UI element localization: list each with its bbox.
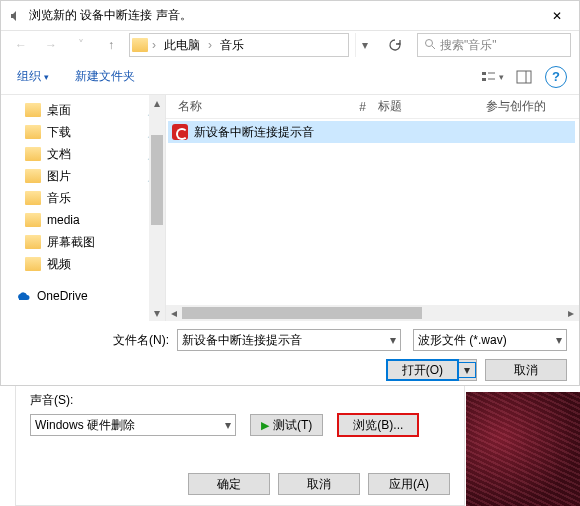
- titlebar: 浏览新的 设备中断连接 声音。 ✕: [1, 1, 579, 31]
- cancel-button[interactable]: 取消: [485, 359, 567, 381]
- test-label: 测试(T): [273, 417, 312, 434]
- browse-label: 浏览(B)...: [353, 417, 403, 434]
- scroll-right-icon[interactable]: ▸: [563, 305, 579, 321]
- toolbar: 组织 新建文件夹 ▾ ?: [1, 59, 579, 95]
- scroll-up-icon[interactable]: ▴: [149, 95, 165, 111]
- list-item[interactable]: 新设备中断连接提示音: [168, 121, 575, 143]
- address-bar: ← → ˅ ↑ › 此电脑 › 音乐 ▾ 搜索"音乐": [1, 31, 579, 59]
- tree-downloads[interactable]: 下载📌: [21, 121, 165, 143]
- tree-documents[interactable]: 文档📌: [21, 143, 165, 165]
- chevron-down-icon[interactable]: ▾: [390, 333, 396, 347]
- folder-icon: [25, 235, 41, 249]
- tree-scrollbar[interactable]: ▴ ▾: [149, 95, 165, 321]
- tree-pictures[interactable]: 图片📌: [21, 165, 165, 187]
- cancel-button[interactable]: 取消: [278, 473, 360, 495]
- open-dropdown[interactable]: ▾: [458, 362, 476, 378]
- nav-back-button[interactable]: ←: [9, 33, 33, 57]
- chevron-down-icon[interactable]: ˅: [69, 33, 93, 57]
- filename-input[interactable]: ▾: [177, 329, 401, 351]
- col-number[interactable]: #: [332, 100, 372, 114]
- tree-thispc[interactable]: 此电脑: [15, 317, 165, 321]
- folder-icon: [132, 38, 148, 52]
- search-icon: [424, 38, 436, 53]
- scroll-thumb[interactable]: [151, 135, 163, 225]
- window-title: 浏览新的 设备中断连接 声音。: [29, 7, 192, 24]
- col-title[interactable]: 标题: [372, 98, 472, 115]
- search-input[interactable]: 搜索"音乐": [417, 33, 571, 57]
- file-list: 名称 # 标题 参与创作的 新设备中断连接提示音 ◂ ▸: [166, 95, 579, 321]
- breadcrumb-music[interactable]: 音乐: [216, 35, 248, 56]
- chevron-right-icon: ›: [150, 38, 158, 52]
- scroll-thumb[interactable]: [182, 307, 422, 319]
- new-folder-button[interactable]: 新建文件夹: [71, 64, 139, 89]
- sound-properties-dialog: 声音(S): Windows 硬件删除 ▾ ▶ 测试(T) 浏览(B)... 确…: [15, 386, 465, 506]
- sound-label: 声音(S):: [30, 392, 450, 409]
- col-name[interactable]: 名称: [172, 98, 332, 115]
- audio-file-icon: [172, 124, 188, 140]
- folder-icon: [25, 147, 41, 161]
- file-browse-dialog: 浏览新的 设备中断连接 声音。 ✕ ← → ˅ ↑ › 此电脑 › 音乐 ▾ 搜…: [0, 0, 580, 386]
- dialog-footer: 文件名(N): ▾ 波形文件 (*.wav) ▾ 打开(O) ▾ 取消: [1, 321, 579, 381]
- open-button[interactable]: 打开(O) ▾: [386, 359, 477, 381]
- filename-field[interactable]: [182, 333, 396, 347]
- folder-icon: [25, 257, 41, 271]
- filetype-combo[interactable]: 波形文件 (*.wav) ▾: [413, 329, 567, 351]
- cloud-icon: [15, 289, 31, 303]
- play-icon: ▶: [261, 419, 269, 432]
- search-placeholder: 搜索"音乐": [440, 37, 497, 54]
- tree-videos[interactable]: 视频: [21, 253, 165, 275]
- cancel-label: 取消: [514, 362, 538, 379]
- folder-icon: [25, 213, 41, 227]
- column-headers: 名称 # 标题 参与创作的: [166, 95, 579, 119]
- organize-menu[interactable]: 组织: [13, 64, 53, 89]
- tree-music[interactable]: 音乐: [21, 187, 165, 209]
- address-dropdown[interactable]: ▾: [355, 33, 373, 57]
- desktop-wallpaper: [466, 392, 580, 506]
- chevron-right-icon: ›: [206, 38, 214, 52]
- breadcrumb-thispc[interactable]: 此电脑: [160, 35, 204, 56]
- svg-line-1: [432, 46, 435, 49]
- sound-scheme-combo[interactable]: Windows 硬件删除 ▾: [30, 414, 236, 436]
- svg-rect-3: [482, 78, 486, 81]
- folder-icon: [25, 125, 41, 139]
- col-contributing[interactable]: 参与创作的: [472, 98, 579, 115]
- view-mode-button[interactable]: ▾: [479, 65, 505, 89]
- nav-up-button[interactable]: ↑: [99, 33, 123, 57]
- refresh-button[interactable]: [383, 33, 407, 57]
- nav-tree: 桌面📌 下载📌 文档📌 图片📌 音乐 media 屏幕截图 视频 OneDriv…: [1, 95, 166, 321]
- browse-button[interactable]: 浏览(B)...: [337, 413, 419, 437]
- folder-icon: [25, 169, 41, 183]
- test-button[interactable]: ▶ 测试(T): [250, 414, 323, 436]
- tree-desktop[interactable]: 桌面📌: [21, 99, 165, 121]
- folder-icon: [25, 103, 41, 117]
- breadcrumb[interactable]: › 此电脑 › 音乐: [129, 33, 349, 57]
- svg-rect-6: [517, 71, 531, 83]
- speaker-icon: [9, 9, 23, 23]
- scroll-down-icon[interactable]: ▾: [149, 305, 165, 321]
- open-label[interactable]: 打开(O): [387, 360, 458, 380]
- preview-pane-button[interactable]: [511, 65, 537, 89]
- folder-icon: [25, 191, 41, 205]
- close-button[interactable]: ✕: [535, 1, 579, 31]
- nav-forward-button[interactable]: →: [39, 33, 63, 57]
- apply-button[interactable]: 应用(A): [368, 473, 450, 495]
- tree-media[interactable]: media: [21, 209, 165, 231]
- help-button[interactable]: ?: [545, 66, 567, 88]
- ok-button[interactable]: 确定: [188, 473, 270, 495]
- scroll-left-icon[interactable]: ◂: [166, 305, 182, 321]
- chevron-down-icon: ▾: [225, 418, 231, 432]
- filetype-value: 波形文件 (*.wav): [418, 332, 507, 349]
- file-name: 新设备中断连接提示音: [194, 124, 314, 141]
- sound-scheme-value: Windows 硬件删除: [35, 417, 135, 434]
- tree-screenshots[interactable]: 屏幕截图: [21, 231, 165, 253]
- list-hscrollbar[interactable]: ◂ ▸: [166, 305, 579, 321]
- filename-label: 文件名(N):: [89, 332, 171, 349]
- svg-point-0: [426, 39, 433, 46]
- svg-rect-2: [482, 72, 486, 75]
- chevron-down-icon[interactable]: ▾: [556, 333, 562, 347]
- tree-onedrive[interactable]: OneDrive: [15, 285, 165, 307]
